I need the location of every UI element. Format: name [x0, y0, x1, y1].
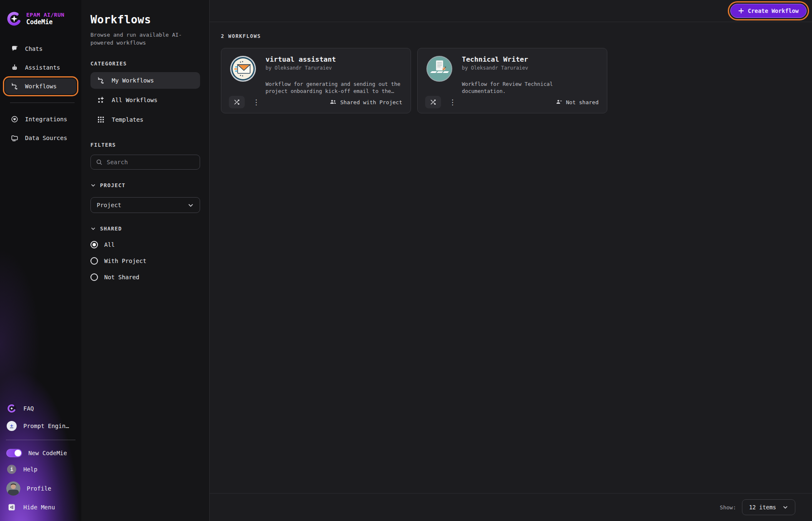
new-codemie-toggle[interactable] — [6, 449, 22, 457]
new-codemie-row: New CodeMie — [5, 445, 76, 461]
project-select[interactable]: Project — [90, 197, 200, 213]
sidebar-item-integrations[interactable]: Integrations — [5, 111, 76, 127]
run-workflow-button[interactable] — [425, 96, 441, 108]
radio-all[interactable]: All — [90, 241, 200, 248]
hide-menu-label: Hide Menu — [23, 504, 55, 511]
workflow-avatar-envelope — [230, 55, 256, 82]
pagination-footer: Show: 12 items — [210, 493, 812, 521]
not-shared-icon — [556, 99, 562, 105]
create-workflow-label: Create Workflow — [748, 8, 799, 14]
help-item[interactable]: i Help — [5, 461, 76, 478]
radio-label: With Project — [104, 258, 146, 264]
workflow-icon — [10, 83, 19, 90]
project-section-header[interactable]: PROJECT — [90, 182, 200, 188]
workflow-cards: virtual assistant by Oleksandr Taruraiev… — [221, 48, 812, 113]
sidebar-item-chats[interactable]: Chats — [5, 41, 76, 57]
workflow-author: by Oleksandr Taruraiev — [266, 65, 336, 71]
page-size-select[interactable]: 12 items — [742, 499, 795, 515]
share-status: Not shared — [556, 99, 599, 105]
chevron-down-icon — [90, 226, 96, 231]
sidebar-item-label: Integrations — [25, 116, 67, 123]
page-subtitle: Browse and run available AI-powered work… — [90, 31, 191, 47]
create-workflow-button[interactable]: Create Workflow — [730, 4, 807, 18]
sidebar-divider — [10, 103, 75, 103]
radio-circle[interactable] — [90, 257, 98, 265]
kebab-menu-icon[interactable]: ⋮ — [449, 99, 456, 106]
run-workflow-button[interactable] — [229, 96, 245, 108]
faq-item[interactable]: FAQ — [5, 400, 76, 417]
sidebar-footer-divider — [6, 440, 75, 440]
workflow-card-virtual-assistant[interactable]: virtual assistant by Oleksandr Taruraiev… — [221, 48, 411, 113]
radio-label: Not Shared — [104, 274, 139, 281]
profile-item[interactable]: Profile — [5, 478, 76, 499]
share-status-label: Not shared — [566, 99, 599, 105]
page-title: Workflows — [90, 13, 200, 26]
search-input[interactable] — [107, 159, 195, 165]
shuffle-icon — [430, 99, 436, 105]
sidebar-item-label: Chats — [25, 45, 43, 52]
folder-link-icon — [10, 134, 19, 142]
circle-heart-icon — [10, 115, 19, 123]
workflows-panel: Workflows Browse and run available AI-po… — [81, 0, 210, 521]
category-my-workflows[interactable]: My Workflows — [90, 72, 200, 89]
prompt-engineering-icon — [6, 421, 17, 431]
workflow-card-technical-writer[interactable]: Technical Writer by Oleksandr Taruraiev … — [417, 48, 607, 113]
workflows-count: 2 WORKFLOWS — [221, 33, 812, 39]
show-label: Show: — [720, 504, 736, 511]
hide-menu-icon — [6, 503, 17, 511]
help-label: Help — [23, 466, 38, 473]
category-label: Templates — [112, 116, 143, 123]
radio-with-project[interactable]: With Project — [90, 257, 200, 265]
prompt-engineering-label: Prompt Engin… — [23, 423, 69, 429]
sidebar-item-label: Assistants — [25, 64, 60, 71]
sidebar-item-assistants[interactable]: Assistants — [5, 60, 76, 75]
shared-users-icon — [330, 99, 336, 105]
project-section-label: PROJECT — [100, 182, 125, 188]
robot-icon — [10, 64, 19, 71]
workflow-author: by Oleksandr Taruraiev — [462, 65, 528, 71]
chevron-down-icon — [782, 504, 788, 510]
profile-label: Profile — [27, 485, 51, 492]
new-codemie-label: New CodeMie — [28, 450, 67, 456]
workflow-icon — [97, 77, 105, 84]
workflows-list-area: 2 WORKFLOWS — [210, 22, 812, 493]
shared-section-header[interactable]: SHARED — [90, 225, 200, 232]
category-label: All Workflows — [112, 97, 158, 103]
profile-avatar — [6, 481, 20, 496]
kebab-menu-icon[interactable]: ⋮ — [253, 99, 260, 106]
grid-plus-icon — [97, 96, 105, 104]
brand: EPAM AI/RUN CodeMie — [0, 0, 81, 27]
faq-label: FAQ — [23, 405, 34, 412]
plus-icon — [738, 8, 744, 14]
category-label: My Workflows — [112, 77, 154, 84]
sidebar-item-label: Workflows — [25, 83, 57, 90]
workflow-title: virtual assistant — [266, 55, 336, 63]
hide-menu-item[interactable]: Hide Menu — [5, 499, 76, 515]
search-box — [90, 155, 200, 170]
sidebar-item-data-sources[interactable]: Data Sources — [5, 130, 76, 146]
faq-icon — [6, 403, 17, 413]
sidebar-item-label: Data Sources — [25, 135, 67, 141]
prompt-engineering-item[interactable]: Prompt Engin… — [5, 417, 76, 435]
search-icon — [96, 159, 103, 165]
app: EPAM AI/RUN CodeMie Chats — [0, 0, 812, 521]
category-templates[interactable]: Templates — [90, 111, 200, 128]
category-all-workflows[interactable]: All Workflows — [90, 92, 200, 108]
sidebar: EPAM AI/RUN CodeMie Chats — [0, 0, 81, 521]
chevron-down-icon — [188, 202, 194, 208]
sidebar-footer: FAQ Prompt Engin… New CodeMie — [0, 400, 81, 521]
categories-list: My Workflows All Workflows — [90, 72, 200, 128]
radio-circle[interactable] — [90, 241, 98, 248]
radio-not-shared[interactable]: Not Shared — [90, 273, 200, 281]
brand-name: CodeMie — [26, 18, 65, 26]
sidebar-item-workflows[interactable]: Workflows — [5, 78, 76, 94]
shared-section-label: SHARED — [100, 225, 122, 232]
filters-label: FILTERS — [90, 142, 200, 148]
radio-circle[interactable] — [90, 273, 98, 281]
help-icon: i — [6, 465, 17, 474]
brand-tag: EPAM AI/RUN — [26, 12, 65, 18]
chat-sparkle-icon — [10, 45, 19, 53]
main-content: Create Workflow 2 WORKFLOWS — [210, 0, 812, 521]
codemie-logo-icon — [6, 11, 22, 27]
workflow-description: Workflow for generating and sending out … — [266, 81, 403, 95]
